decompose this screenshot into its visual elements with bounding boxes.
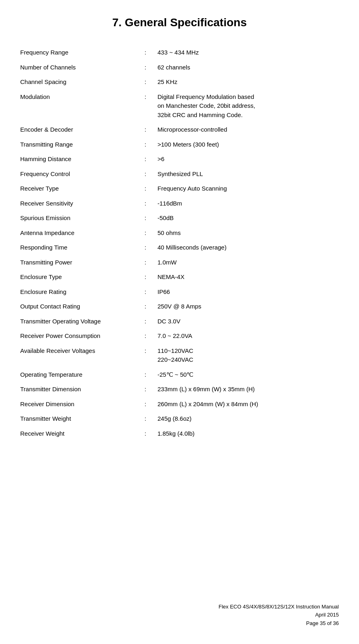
spec-value: 245g (8.6oz) bbox=[157, 411, 339, 426]
spec-colon: : bbox=[133, 411, 157, 426]
spec-value: 110~120VAC220~240VAC bbox=[157, 344, 339, 367]
table-row: Receiver Power Consumption:7.0 ~ 22.0VA bbox=[20, 329, 339, 344]
spec-colon: : bbox=[133, 152, 157, 167]
spec-colon: : bbox=[133, 90, 157, 123]
spec-value: 1.85kg (4.0lb) bbox=[157, 426, 339, 441]
table-row: Frequency Control:Synthesized PLL bbox=[20, 167, 339, 182]
spec-label: Transmitter Operating Voltage bbox=[20, 314, 133, 329]
spec-colon: : bbox=[133, 196, 157, 211]
table-row: Antenna Impedance:50 ohms bbox=[20, 226, 339, 241]
spec-label: Hamming Distance bbox=[20, 152, 133, 167]
spec-label: Transmitting Power bbox=[20, 255, 133, 270]
spec-value: >6 bbox=[157, 152, 339, 167]
spec-value: Microprocessor-controlled bbox=[157, 122, 339, 137]
spec-label: Enclosure Type bbox=[20, 270, 133, 285]
spec-colon: : bbox=[133, 285, 157, 300]
table-row: Modulation:Digital Frequency Modulation … bbox=[20, 90, 339, 123]
spec-value: Digital Frequency Modulation basedon Man… bbox=[157, 90, 339, 123]
spec-label: Spurious Emission bbox=[20, 211, 133, 226]
spec-colon: : bbox=[133, 137, 157, 152]
spec-colon: : bbox=[133, 397, 157, 412]
table-row: Channel Spacing:25 KHz bbox=[20, 75, 339, 90]
table-row: Responding Time:40 Milliseconds (average… bbox=[20, 240, 339, 255]
table-row: Operating Temperature:-25℃ ~ 50℃ bbox=[20, 367, 339, 382]
table-row: Transmitting Power:1.0mW bbox=[20, 255, 339, 270]
spec-colon: : bbox=[133, 167, 157, 182]
spec-label: Receiver Dimension bbox=[20, 397, 133, 412]
spec-value: 7.0 ~ 22.0VA bbox=[157, 329, 339, 344]
spec-value: -50dB bbox=[157, 211, 339, 226]
footer-line1: Flex ECO 4S/4X/8S/8X/12S/12X Instruction… bbox=[218, 603, 339, 611]
spec-label: Receiver Type bbox=[20, 181, 133, 196]
table-row: Frequency Range:433 ~ 434 MHz bbox=[20, 45, 339, 60]
spec-colon: : bbox=[133, 329, 157, 344]
spec-colon: : bbox=[133, 181, 157, 196]
spec-value: -25℃ ~ 50℃ bbox=[157, 367, 339, 382]
spec-value: IP66 bbox=[157, 285, 339, 300]
spec-value: Synthesized PLL bbox=[157, 167, 339, 182]
spec-colon: : bbox=[133, 382, 157, 397]
spec-colon: : bbox=[133, 299, 157, 314]
spec-label: Antenna Impedance bbox=[20, 226, 133, 241]
spec-value: 62 channels bbox=[157, 60, 339, 75]
table-row: Output Contact Rating:250V @ 8 Amps bbox=[20, 299, 339, 314]
table-row: Spurious Emission:-50dB bbox=[20, 211, 339, 226]
table-row: Available Receiver Voltages:110~120VAC22… bbox=[20, 344, 339, 367]
table-row: Transmitter Weight:245g (8.6oz) bbox=[20, 411, 339, 426]
table-row: Transmitter Operating Voltage:DC 3.0V bbox=[20, 314, 339, 329]
spec-label: Frequency Control bbox=[20, 167, 133, 182]
spec-colon: : bbox=[133, 122, 157, 137]
spec-colon: : bbox=[133, 270, 157, 285]
spec-label: Transmitter Dimension bbox=[20, 382, 133, 397]
table-row: Hamming Distance:>6 bbox=[20, 152, 339, 167]
page-title: 7. General Specifications bbox=[20, 16, 339, 29]
spec-label: Available Receiver Voltages bbox=[20, 344, 133, 367]
table-row: Receiver Dimension:260mm (L) x 204mm (W)… bbox=[20, 397, 339, 412]
spec-label: Receiver Weight bbox=[20, 426, 133, 441]
spec-value: 250V @ 8 Amps bbox=[157, 299, 339, 314]
spec-colon: : bbox=[133, 426, 157, 441]
table-row: Number of Channels:62 channels bbox=[20, 60, 339, 75]
spec-label: Channel Spacing bbox=[20, 75, 133, 90]
table-row: Encoder & Decoder:Microprocessor-control… bbox=[20, 122, 339, 137]
spec-label: Enclosure Rating bbox=[20, 285, 133, 300]
spec-value: >100 Meters (300 feet) bbox=[157, 137, 339, 152]
spec-colon: : bbox=[133, 255, 157, 270]
spec-label: Output Contact Rating bbox=[20, 299, 133, 314]
spec-value: 433 ~ 434 MHz bbox=[157, 45, 339, 60]
table-row: Receiver Type:Frequency Auto Scanning bbox=[20, 181, 339, 196]
footer: Flex ECO 4S/4X/8S/8X/12S/12X Instruction… bbox=[218, 603, 339, 628]
spec-label: Responding Time bbox=[20, 240, 133, 255]
footer-line3: Page 35 of 36 bbox=[218, 619, 339, 628]
spec-value: 25 KHz bbox=[157, 75, 339, 90]
table-row: Receiver Sensitivity:-116dBm bbox=[20, 196, 339, 211]
spec-value: -116dBm bbox=[157, 196, 339, 211]
spec-colon: : bbox=[133, 344, 157, 367]
spec-value: DC 3.0V bbox=[157, 314, 339, 329]
spec-label: Modulation bbox=[20, 90, 133, 123]
table-row: Enclosure Rating:IP66 bbox=[20, 285, 339, 300]
spec-label: Number of Channels bbox=[20, 60, 133, 75]
table-row: Transmitting Range:>100 Meters (300 feet… bbox=[20, 137, 339, 152]
spec-colon: : bbox=[133, 367, 157, 382]
specifications-table: Frequency Range:433 ~ 434 MHzNumber of C… bbox=[20, 45, 339, 441]
spec-value: 1.0mW bbox=[157, 255, 339, 270]
spec-label: Transmitter Weight bbox=[20, 411, 133, 426]
spec-colon: : bbox=[133, 211, 157, 226]
spec-label: Operating Temperature bbox=[20, 367, 133, 382]
spec-label: Receiver Power Consumption bbox=[20, 329, 133, 344]
spec-colon: : bbox=[133, 60, 157, 75]
spec-label: Frequency Range bbox=[20, 45, 133, 60]
spec-value: 233mm (L) x 69mm (W) x 35mm (H) bbox=[157, 382, 339, 397]
spec-label: Encoder & Decoder bbox=[20, 122, 133, 137]
table-row: Transmitter Dimension:233mm (L) x 69mm (… bbox=[20, 382, 339, 397]
spec-colon: : bbox=[133, 75, 157, 90]
spec-colon: : bbox=[133, 240, 157, 255]
spec-colon: : bbox=[133, 314, 157, 329]
table-row: Enclosure Type:NEMA-4X bbox=[20, 270, 339, 285]
spec-label: Receiver Sensitivity bbox=[20, 196, 133, 211]
footer-line2: April 2015 bbox=[218, 611, 339, 619]
spec-value: 40 Milliseconds (average) bbox=[157, 240, 339, 255]
spec-label: Transmitting Range bbox=[20, 137, 133, 152]
spec-value: 260mm (L) x 204mm (W) x 84mm (H) bbox=[157, 397, 339, 412]
